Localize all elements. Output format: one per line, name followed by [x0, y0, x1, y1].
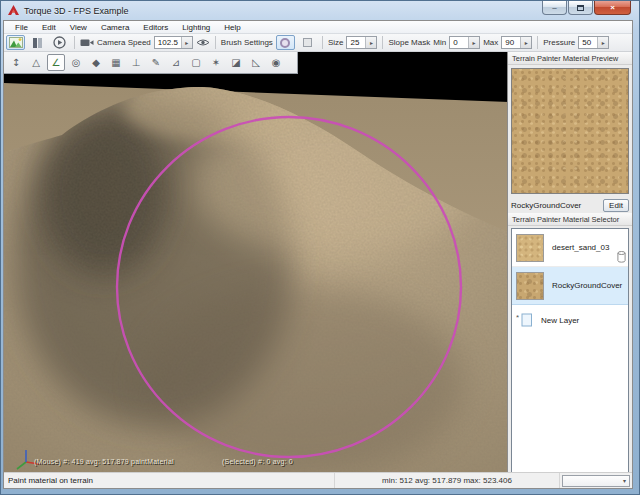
slope-mask-label: Slope Mask	[388, 38, 430, 47]
window-title: Torque 3D - FPS Example	[24, 6, 129, 16]
menu-camera[interactable]: Camera	[94, 21, 136, 34]
slope-max-dropdown[interactable]: 90 ▸	[501, 36, 532, 49]
material-thumbnail	[516, 272, 544, 300]
new-layer-label: New Layer	[541, 316, 624, 325]
maximize-button[interactable]	[568, 1, 593, 15]
terrain-tools-toolbar: ↕ △ ∠ ◎ ◆ ▦ ⊥ ✎ ⊿ ▢ ✶ ◪ ◺ ◉	[4, 52, 298, 74]
new-layer-icon: *	[516, 313, 533, 327]
play-game-button[interactable]	[50, 35, 69, 50]
terrain-viewport[interactable]: (Mouse) #: 419 avg: 517.879 paintMateria…	[4, 52, 509, 472]
menu-editors[interactable]: Editors	[136, 21, 175, 34]
size-label: Size	[328, 38, 344, 47]
square-brush-button[interactable]	[298, 35, 317, 50]
landscape-icon	[9, 37, 23, 48]
object-columns-button[interactable]	[28, 35, 47, 50]
spinner-arrow-icon[interactable]: ▸	[181, 37, 192, 48]
paint-noise-icon[interactable]: ◆	[87, 54, 105, 71]
slope-min-dropdown[interactable]: 0 ▸	[449, 36, 480, 49]
pressure-dropdown[interactable]: 50 ▸	[578, 36, 609, 49]
status-message: Paint material on terrain	[4, 473, 335, 488]
smooth-tool-icon[interactable]: ◎	[67, 54, 85, 71]
ramp-tool-icon[interactable]: ◺	[247, 54, 265, 71]
app-window: Torque 3D - FPS Example – × File Edit Vi…	[0, 0, 640, 495]
play-icon	[53, 36, 66, 49]
toolbar-separator	[537, 36, 538, 49]
main-area: (Mouse) #: 419 avg: 517.879 paintMateria…	[4, 52, 632, 472]
maximize-icon	[577, 5, 584, 11]
menu-bar: File Edit View Camera Editors Lighting H…	[4, 21, 632, 34]
spinner-arrow-icon[interactable]: ▸	[520, 37, 531, 48]
size-dropdown[interactable]: 25 ▸	[346, 36, 377, 49]
edit-material-button[interactable]: Edit	[603, 199, 629, 212]
camera-speed-label: Camera Speed	[97, 38, 151, 47]
window-content: File Edit View Camera Editors Lighting H…	[3, 20, 633, 489]
square-brush-icon	[303, 38, 312, 47]
material-preview-image	[511, 68, 629, 194]
status-dropdown[interactable]: ▾	[562, 475, 630, 487]
select-marquee-icon[interactable]: ▢	[187, 54, 205, 71]
terrain-stats: min: 512 avg: 517.879 max: 523.406	[335, 473, 560, 488]
material-label: desert_sand_03	[552, 243, 609, 252]
torque-logo-icon	[8, 5, 19, 16]
size-value: 25	[347, 37, 365, 48]
material-list: desert_sand_03 RockyGroundCover	[511, 228, 629, 472]
brush-tool-icon[interactable]: ✎	[147, 54, 165, 71]
selected-material-name: RockyGroundCover	[511, 201, 603, 210]
camera-speed-value: 102.5	[155, 37, 181, 48]
terrain-painter-panel: Terrain Painter Material Preview RockyGr…	[507, 52, 632, 472]
slope-min-value: 0	[450, 37, 468, 48]
eraser-tool-icon[interactable]: ◪	[227, 54, 245, 71]
terrain-render	[4, 52, 509, 472]
visibility-eye-icon[interactable]	[196, 38, 210, 47]
brush-settings-label: Brush Settings	[221, 38, 273, 47]
camera-icon	[80, 38, 94, 47]
toolbar-separator	[322, 36, 323, 49]
wheel-tool-icon[interactable]: ◉	[267, 54, 285, 71]
menu-file[interactable]: File	[8, 21, 35, 34]
spinner-arrow-icon[interactable]: ▸	[597, 37, 608, 48]
status-bar: Paint material on terrain min: 512 avg: …	[4, 472, 632, 488]
columns-icon	[33, 38, 42, 48]
material-item-desert-sand[interactable]: desert_sand_03	[512, 229, 628, 267]
raise-height-icon[interactable]: △	[27, 54, 45, 71]
pressure-label: Pressure	[543, 38, 575, 47]
spinner-arrow-icon[interactable]: ▸	[468, 37, 479, 48]
new-layer-item[interactable]: * New Layer	[512, 305, 628, 335]
grab-terrain-icon[interactable]: ↕	[7, 54, 25, 71]
main-toolbar: Camera Speed 102.5 ▸ Brush Settings Size…	[4, 34, 632, 52]
svg-text:*: *	[516, 313, 519, 322]
material-selector-header: Terrain Painter Material Selector	[508, 213, 632, 226]
camera-speed-dropdown[interactable]: 102.5 ▸	[154, 36, 193, 49]
menu-help[interactable]: Help	[217, 21, 247, 34]
max-label: Max	[483, 38, 498, 47]
minimize-button[interactable]: –	[542, 1, 567, 15]
round-brush-button[interactable]	[276, 35, 295, 50]
material-preview-header: Terrain Painter Material Preview	[508, 52, 632, 65]
slope-tool-icon[interactable]: ∠	[47, 54, 65, 71]
selected-info-overlay: (Selected) #: 0 avg: 0	[222, 458, 293, 465]
title-bar[interactable]: Torque 3D - FPS Example – ×	[1, 1, 639, 20]
pressure-value: 50	[579, 37, 597, 48]
mouse-info-overlay: (Mouse) #: 419 avg: 517.879 paintMateria…	[34, 458, 174, 465]
toolbar-separator	[215, 36, 216, 49]
menu-view[interactable]: View	[63, 21, 94, 34]
flatten-tool-icon[interactable]: ▦	[107, 54, 125, 71]
min-label: Min	[433, 38, 446, 47]
spinner-arrow-icon[interactable]: ▸	[365, 37, 376, 48]
material-thumbnail	[516, 234, 544, 262]
world-editor-button[interactable]	[6, 35, 25, 50]
close-button[interactable]: ×	[594, 1, 631, 15]
toolbar-separator	[382, 36, 383, 49]
scoop-tool-icon[interactable]: ⊿	[167, 54, 185, 71]
menu-lighting[interactable]: Lighting	[175, 21, 217, 34]
material-item-rockygroundcover[interactable]: RockyGroundCover	[512, 267, 628, 305]
material-label: RockyGroundCover	[552, 281, 622, 290]
delete-material-icon[interactable]	[617, 251, 626, 263]
toolbar-separator	[74, 36, 75, 49]
round-brush-icon	[280, 38, 290, 48]
menu-edit[interactable]: Edit	[35, 21, 63, 34]
slope-max-value: 90	[502, 37, 520, 48]
set-height-stamp-icon[interactable]: ⊥	[127, 54, 145, 71]
magic-wand-icon[interactable]: ✶	[207, 54, 225, 71]
